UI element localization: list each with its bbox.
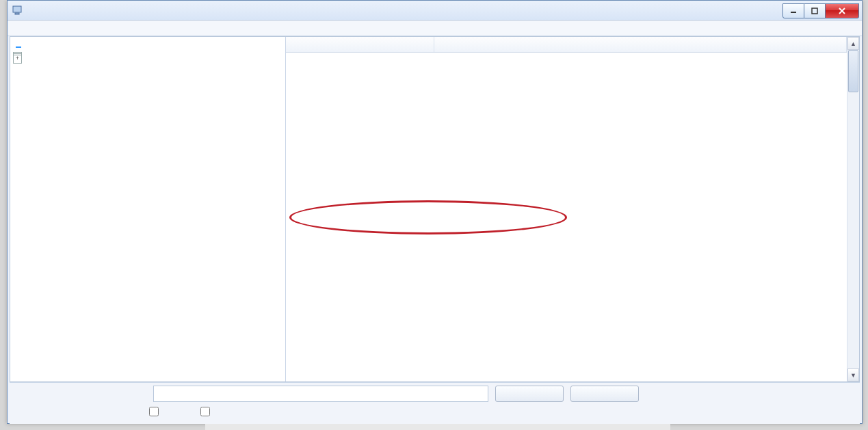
close-button[interactable] [826, 3, 859, 18]
header-item[interactable] [286, 37, 434, 52]
scroll-up-icon[interactable]: ▲ [847, 37, 859, 50]
details-pane: ▲ ▼ [286, 37, 859, 381]
maximize-button[interactable] [804, 3, 826, 18]
menu-help[interactable] [43, 27, 54, 29]
svg-rect-0 [13, 6, 21, 12]
minimize-button[interactable] [782, 3, 804, 18]
checkbox-icon[interactable] [200, 407, 210, 416]
svg-rect-1 [15, 13, 19, 14]
menubar [8, 21, 862, 36]
system-information-window: + + + [7, 0, 863, 424]
header-value[interactable] [434, 37, 847, 52]
annotation-ellipse [289, 200, 567, 234]
main-split: + + + [10, 36, 860, 382]
find-bar [10, 382, 860, 424]
expand-icon[interactable]: + [13, 55, 22, 64]
scroll-thumb[interactable] [848, 50, 858, 92]
tree-software-environment[interactable]: + [10, 53, 285, 54]
scroll-track[interactable] [847, 50, 859, 368]
details-list[interactable] [286, 37, 847, 381]
scroll-down-icon[interactable]: ▼ [847, 368, 859, 381]
menu-view[interactable] [32, 27, 43, 29]
cropped-step-text [205, 424, 670, 430]
tree-system-summary[interactable] [16, 46, 21, 48]
find-button[interactable] [495, 386, 564, 402]
menu-edit[interactable] [21, 27, 32, 29]
vertical-scrollbar[interactable]: ▲ ▼ [847, 37, 859, 381]
svg-rect-3 [812, 8, 817, 14]
menu-file[interactable] [10, 27, 21, 29]
titlebar[interactable] [8, 1, 862, 21]
checkbox-icon[interactable] [149, 407, 159, 416]
list-header [286, 37, 847, 53]
close-find-button[interactable] [570, 386, 639, 402]
app-icon [12, 5, 23, 16]
category-tree[interactable]: + + + [10, 37, 286, 381]
search-names-checkbox[interactable] [198, 405, 215, 418]
list-rows[interactable] [286, 53, 847, 381]
find-input[interactable] [153, 386, 488, 402]
search-selected-checkbox[interactable] [146, 405, 163, 418]
